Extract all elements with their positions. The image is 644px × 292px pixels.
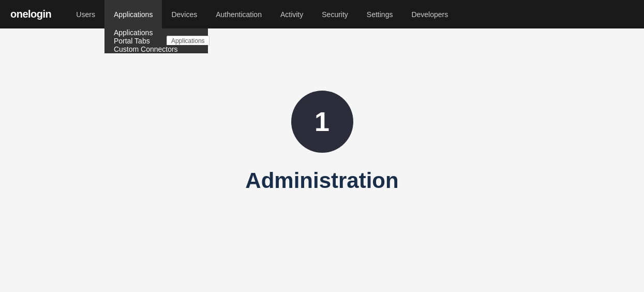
- nav-item-developers[interactable]: Developers: [402, 0, 457, 28]
- nav-item-security[interactable]: Security: [312, 0, 357, 28]
- applications-dropdown: Applications Portal Tabs Applications Cu…: [104, 28, 208, 53]
- nav-item-settings[interactable]: Settings: [357, 0, 402, 28]
- nav-item-authentication[interactable]: Authentication: [206, 0, 271, 28]
- logo[interactable]: onelogin: [10, 8, 51, 20]
- dropdown-item-custom-connectors[interactable]: Custom Connectors: [104, 45, 208, 53]
- dropdown-item-portal-tabs[interactable]: Portal Tabs Applications: [104, 37, 208, 45]
- admin-icon-circle: 1: [291, 91, 353, 153]
- portal-tabs-tooltip: Applications: [167, 36, 209, 46]
- nav-item-devices[interactable]: Devices: [162, 0, 206, 28]
- admin-title: Administration: [245, 168, 398, 193]
- nav-item-applications[interactable]: Applications Applications Portal Tabs Ap…: [104, 0, 162, 28]
- admin-icon-label: 1: [314, 108, 330, 135]
- main-content: 1 Administration: [0, 28, 644, 193]
- main-navbar: onelogin Users Applications Applications…: [0, 0, 644, 28]
- nav-item-activity[interactable]: Activity: [271, 0, 312, 28]
- nav-item-users[interactable]: Users: [67, 0, 104, 28]
- nav-menu: Users Applications Applications Portal T…: [67, 0, 457, 28]
